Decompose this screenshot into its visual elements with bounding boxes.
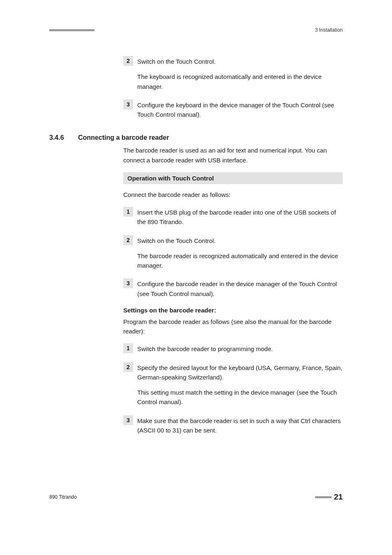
step-body: Switch on the Touch Control. The barcode… xyxy=(137,235,343,271)
footer-ornament xyxy=(315,496,332,498)
subsection-intro: Program the barcode reader as follows (s… xyxy=(123,317,343,336)
header-section-label: 3 Installation xyxy=(315,27,343,33)
step-number: 3 xyxy=(123,99,133,109)
step-item: 2 Switch on the Touch Control. The barco… xyxy=(123,235,343,271)
step-text: Make sure that the barcode reader is set… xyxy=(137,416,343,435)
step-item: 2 Switch on the Touch Control. The keybo… xyxy=(123,56,343,91)
step-item: 2 Specify the desired layout for the key… xyxy=(123,362,343,407)
step-body: Configure the barcode reader in the devi… xyxy=(137,278,343,298)
step-number: 2 xyxy=(123,235,133,245)
step-number: 1 xyxy=(123,343,133,353)
section-heading: 3.4.6 Connecting a barcode reader xyxy=(49,134,343,141)
section-number: 3.4.6 xyxy=(49,134,78,141)
step-text: Switch on the Touch Control. xyxy=(137,236,343,245)
step-text: Configure the keyboard in the device man… xyxy=(137,100,343,120)
step-body: Configure the keyboard in the device man… xyxy=(137,99,343,120)
step-number: 2 xyxy=(123,56,133,66)
step-number: 2 xyxy=(123,362,133,372)
step-number: 3 xyxy=(123,415,133,425)
step-body: Insert the USB plug of the barcode reade… xyxy=(137,207,343,227)
page-header: 3 Installation xyxy=(49,27,343,33)
step-body: Specify the desired layout for the keybo… xyxy=(137,362,343,407)
subsection-intro: Connect the barcode reader as follows: xyxy=(123,190,343,199)
step-text: Specify the desired layout for the keybo… xyxy=(137,363,343,382)
step-item: 3 Make sure that the barcode reader is s… xyxy=(123,415,343,435)
step-text: The keyboard is recognized automatically… xyxy=(137,72,343,91)
step-item: 1 Insert the USB plug of the barcode rea… xyxy=(123,207,343,227)
header-ornament xyxy=(49,29,95,31)
step-item: 3 Configure the keyboard in the device m… xyxy=(123,99,343,120)
step-number: 3 xyxy=(123,278,133,288)
step-body: Switch the barcode reader to programming… xyxy=(137,343,343,354)
footer-product: 890 Titrando xyxy=(49,494,77,500)
page-number: 21 xyxy=(334,493,343,502)
step-text: Switch the barcode reader to programming… xyxy=(137,344,343,354)
section-intro: The barcode reader is used as an aid for… xyxy=(123,146,343,165)
subheading-box: Operation with Touch Control xyxy=(123,172,343,184)
step-body: Make sure that the barcode reader is set… xyxy=(137,415,343,435)
step-text: This setting must match the setting in t… xyxy=(137,388,343,407)
step-text: Insert the USB plug of the barcode reade… xyxy=(137,208,343,227)
step-item: 3 Configure the barcode reader in the de… xyxy=(123,278,343,298)
subheading-plain: Settings on the barcode reader: xyxy=(123,307,343,314)
page-footer: 890 Titrando 21 xyxy=(49,493,343,502)
step-item: 1 Switch the barcode reader to programmi… xyxy=(123,343,343,354)
step-text: The barcode reader is recognized automat… xyxy=(137,251,343,271)
section-title: Connecting a barcode reader xyxy=(78,134,169,141)
step-number: 1 xyxy=(123,207,133,217)
step-text: Switch on the Touch Control. xyxy=(137,57,343,66)
step-body: Switch on the Touch Control. The keyboar… xyxy=(137,56,343,91)
step-text: Configure the barcode reader in the devi… xyxy=(137,279,343,298)
